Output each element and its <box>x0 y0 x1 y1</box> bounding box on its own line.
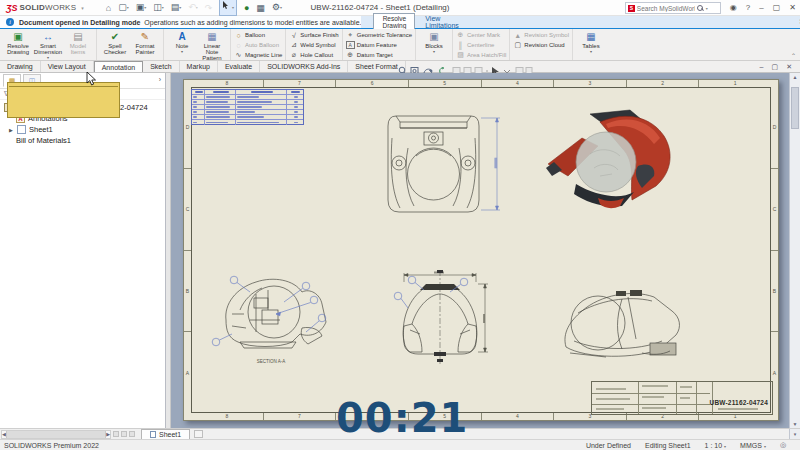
balloon-icon <box>394 292 402 300</box>
help-icon[interactable]: ? <box>746 1 750 15</box>
spell-checker-icon: ✔ <box>111 30 119 43</box>
status-tag-icon[interactable]: ◎ <box>780 441 786 449</box>
smart-dimension-button[interactable]: ↔ Smart Dimension▾ <box>33 30 63 60</box>
notification-message: Operations such as adding dimensions to … <box>144 19 361 26</box>
document-restore-icon[interactable]: ▢ <box>772 61 779 72</box>
note-button[interactable]: A Note▾ <box>167 30 197 54</box>
datum-target-icon: ⊕ <box>346 51 355 59</box>
logo-solid: SOLID <box>20 3 45 12</box>
drawing-view-front[interactable] <box>388 268 492 368</box>
tab-view-layout[interactable]: View Layout <box>41 61 94 72</box>
scrollbar-thumb[interactable] <box>791 87 799 129</box>
spell-checker-button[interactable]: ✔ Spell Checker <box>100 30 130 55</box>
title-block[interactable]: UBW-21162-04724 <box>591 381 773 415</box>
panel-flyout-arrow-icon[interactable]: › <box>159 76 161 83</box>
balloon-icon <box>302 282 310 290</box>
tables-button[interactable]: ▦ Tables▾ <box>576 30 606 54</box>
open-document-icon[interactable]: ▣▾ <box>136 0 147 15</box>
format-painter-button[interactable]: ✎ Format Painter <box>130 30 160 55</box>
drawing-view-section[interactable]: SECTION A-A <box>210 270 332 366</box>
format-painter-icon: ✎ <box>141 30 149 43</box>
new-document-icon[interactable]: ▢▾ <box>118 0 129 15</box>
solidworks-window: ƷS SOLIDWORKS ▾ ⌂ ▢▾ ▣▾ ◫▾ ▤▾ ↶▾ ↷ ▾ ● ▦… <box>0 0 800 450</box>
balloon-button[interactable]: ○Balloon <box>234 30 282 40</box>
vertical-dimension[interactable] <box>478 284 488 352</box>
zone-label: C <box>184 168 191 250</box>
close-icon[interactable]: ✕ <box>789 1 796 15</box>
balloon-icon <box>408 276 416 284</box>
resolve-drawing-ribbon-button[interactable]: ▣ Resolve Drawing <box>3 30 33 55</box>
zone-label: 7 <box>263 413 336 420</box>
sheet-nav-button[interactable] <box>113 431 119 437</box>
drawing-view-side[interactable] <box>558 283 686 367</box>
model-items-button: ▤ Model Items <box>63 30 93 55</box>
scroll-up-icon[interactable]: ▲ <box>790 74 800 80</box>
tab-annotation[interactable]: Annotation <box>94 61 143 72</box>
minimize-icon[interactable]: – <box>759 1 763 15</box>
hole-callout-button[interactable]: ⌀Hole Callout <box>289 50 338 60</box>
search-icon[interactable] <box>697 5 704 12</box>
sheet-nav-button[interactable] <box>121 431 127 437</box>
tree-item-bill-of-materials[interactable]: Bill of Materials1 <box>0 135 165 146</box>
balloon-icon: ○ <box>234 32 243 39</box>
drawing-view-top[interactable] <box>386 108 506 220</box>
blocks-button[interactable]: ▣ Blocks▾ <box>419 30 449 54</box>
tab-sketch[interactable]: Sketch <box>143 61 179 72</box>
ribbon-collapse-icon[interactable]: ⌃ <box>791 52 796 59</box>
tab-solidworks-add-ins[interactable]: SOLIDWORKS Add-Ins <box>260 61 348 72</box>
zone-label: 4 <box>481 413 554 420</box>
section-view-label: SECTION A-A <box>257 359 286 364</box>
document-minimize-icon[interactable]: – <box>760 61 764 72</box>
graphics-area[interactable]: 8 7 6 5 4 3 2 1 8 7 6 5 4 3 2 1 D C <box>171 73 800 428</box>
bom-table[interactable] <box>191 89 304 125</box>
view-limitations-link[interactable]: View Limitations <box>425 15 458 29</box>
datum-feature-button[interactable]: ADatum Feature <box>346 40 412 50</box>
unit-system[interactable]: MMGS▾ <box>740 442 766 449</box>
document-close-icon[interactable]: ✕ <box>786 61 792 72</box>
resolve-drawing-icon: ▣ <box>13 30 22 43</box>
tab-drawing[interactable]: Drawing <box>0 61 41 72</box>
timer-overlay: 00:21 <box>336 397 468 439</box>
tree-item-sheet1[interactable]: ▶ Sheet1 <box>0 124 165 135</box>
surface-finish-icon: √ <box>289 32 298 39</box>
surface-finish-button[interactable]: √Surface Finish <box>289 30 338 40</box>
restore-icon[interactable]: ▢ <box>773 1 781 15</box>
scroll-right-icon[interactable]: ▶ <box>106 431 110 437</box>
sheet-scale[interactable]: 1 : 10▾ <box>705 442 727 449</box>
zone-label: 5 <box>408 80 481 87</box>
user-account-icon[interactable]: ◉ <box>730 1 737 15</box>
search-input[interactable] <box>637 5 695 12</box>
add-sheet-button[interactable] <box>194 430 203 438</box>
sheet-nav-button[interactable] <box>129 431 135 437</box>
linear-note-pattern-icon: ▦ <box>207 30 216 43</box>
tab-markup[interactable]: Markup <box>180 61 218 72</box>
center-mark-button: ⊕Center Mark <box>456 30 506 40</box>
sheet-tab-sheet1[interactable]: Sheet1 <box>141 429 190 439</box>
logo-works: WORKS <box>45 3 76 12</box>
drawing-view-isometric[interactable] <box>542 104 682 212</box>
scroll-down-icon[interactable]: ▼ <box>790 421 800 427</box>
mouse-cursor <box>86 72 96 86</box>
geometric-tolerance-button[interactable]: ⌖Geometric Tolerance <box>346 30 412 40</box>
search-box[interactable]: S ▾ <box>625 2 721 14</box>
tab-evaluate[interactable]: Evaluate <box>218 61 260 72</box>
revision-cloud-button[interactable]: ▢Revision Cloud <box>513 40 569 50</box>
linear-note-pattern-button[interactable]: ▦ Linear Note Pattern <box>197 30 227 61</box>
vertical-dimension[interactable] <box>481 118 500 210</box>
vertical-scrollbar[interactable]: ▲ ▼ <box>789 73 800 428</box>
zoom-fit-icon <box>399 67 405 73</box>
horizontal-scrollbar[interactable]: ◀ ▶ <box>1 430 111 439</box>
scrollbar-thumb[interactable] <box>6 431 106 438</box>
datum-target-button[interactable]: ⊕Datum Target <box>346 50 412 60</box>
expand-arrow-icon[interactable]: ▶ <box>9 127 14 133</box>
drawing-number: UBW-21162-04724 <box>709 399 768 406</box>
search-caret-icon[interactable]: ▾ <box>706 6 708 11</box>
balloon-icon <box>230 276 238 284</box>
magnetic-line-button[interactable]: ∿Magnetic Line <box>234 50 282 60</box>
solidworks-badge-icon: S <box>628 5 635 12</box>
weld-symbol-button[interactable]: ⊿Weld Symbol <box>289 40 338 50</box>
home-icon[interactable]: ⌂ <box>106 1 111 15</box>
chevron-down-icon[interactable]: ▾ <box>81 5 84 11</box>
command-manager-ribbon: ▣ Resolve Drawing ↔ Smart Dimension▾ ▤ M… <box>0 29 800 61</box>
smart-dimension-icon: ↔ <box>43 30 53 43</box>
